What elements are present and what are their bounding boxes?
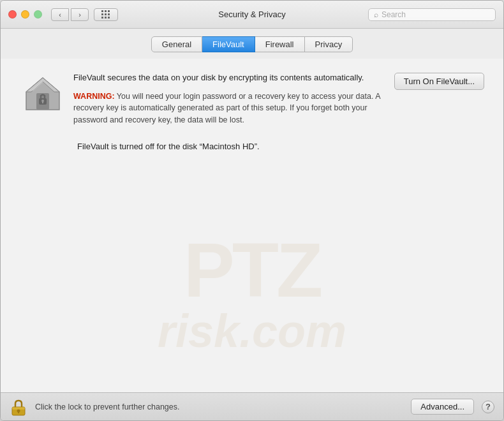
help-button[interactable]: ? [482, 401, 494, 413]
lock-status-text: Click the lock to prevent further change… [35, 403, 403, 411]
traffic-lights [8, 10, 42, 18]
warning-text: WARNING: You will need your login passwo… [73, 91, 387, 126]
grid-button[interactable] [94, 8, 118, 21]
filevault-status-text: FileVault is turned off for the disk “Ma… [20, 142, 484, 151]
window-title: Security & Privacy [218, 10, 285, 19]
advanced-button[interactable]: Advanced... [411, 399, 474, 415]
turn-on-filevault-button[interactable]: Turn On FileVault... [394, 73, 484, 90]
search-bar: ⌕ [368, 8, 496, 21]
tab-privacy[interactable]: Privacy [305, 36, 353, 52]
maximize-button[interactable] [34, 10, 42, 18]
minimize-button[interactable] [21, 10, 29, 18]
lock-button[interactable] [10, 398, 27, 416]
tab-filevault[interactable]: FileVault [202, 36, 255, 52]
bottom-bar: Click the lock to prevent further change… [1, 392, 503, 420]
tab-general[interactable]: General [151, 36, 202, 52]
svg-rect-5 [42, 101, 43, 103]
titlebar: ‹ › Security & Privacy ⌕ [1, 1, 503, 29]
lock-icon [10, 398, 27, 416]
tabs-bar: General FileVault Firewall Privacy [1, 29, 503, 59]
nav-buttons: ‹ › [51, 8, 89, 21]
close-button[interactable] [8, 10, 17, 18]
svg-rect-9 [18, 411, 19, 413]
search-icon: ⌕ [374, 10, 378, 19]
svg-rect-10 [12, 407, 25, 410]
grid-icon [101, 10, 110, 19]
description-block: FileVault secures the data on your disk … [73, 71, 387, 126]
house-lock-icon [24, 75, 62, 114]
tab-firewall[interactable]: Firewall [255, 36, 305, 52]
content-area: PTZ risk.com [1, 59, 503, 392]
watermark: PTZ risk.com [67, 232, 437, 354]
main-description: FileVault secures the data on your disk … [73, 71, 387, 84]
search-input[interactable] [382, 10, 490, 19]
main-window: ‹ › Security & Privacy ⌕ General FileVau… [0, 0, 504, 421]
back-button[interactable]: ‹ [51, 8, 69, 21]
warning-body: You will need your login password or a r… [73, 92, 380, 125]
forward-button[interactable]: › [71, 8, 89, 21]
warning-label: WARNING: [73, 92, 115, 101]
filevault-icon [20, 71, 66, 117]
